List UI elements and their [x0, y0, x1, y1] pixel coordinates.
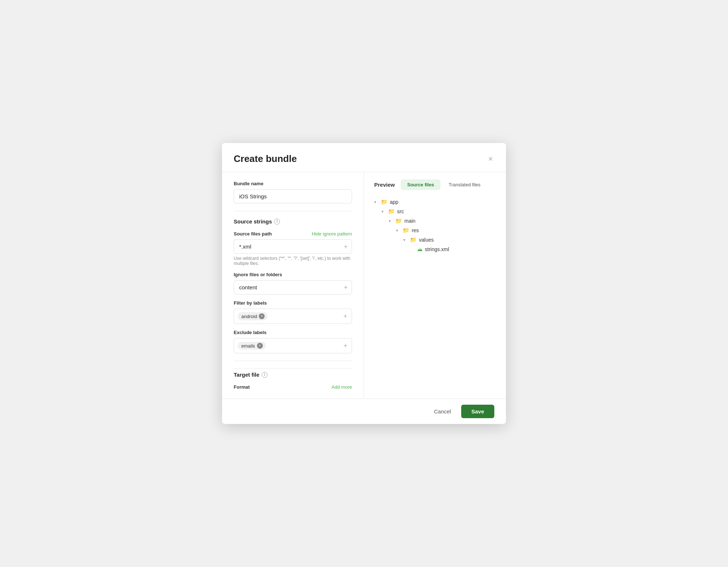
modal: Create bundle × Bundle name Source strin… [222, 143, 506, 424]
modal-body: Bundle name Source strings i Source file… [222, 172, 506, 399]
format-label: Format [234, 384, 250, 390]
tag-emails-label: emails [241, 343, 255, 349]
tree-children-main: ▾ 📁 res ▾ 📁 values [396, 226, 496, 254]
chevron-app: ▾ [374, 200, 379, 204]
exclude-labels-input[interactable]: emails × + [234, 338, 352, 353]
folder-icon-src: 📁 [388, 208, 395, 215]
folder-icon-app: 📁 [381, 199, 388, 205]
ignore-files-field: Ignore files or folders + [234, 272, 352, 294]
ignore-files-input[interactable] [234, 280, 352, 294]
save-button[interactable]: Save [461, 405, 494, 418]
target-file-section: Target file i Format Add more [234, 368, 352, 390]
target-file-title: Target file i [234, 372, 352, 378]
source-strings-title: Source strings i [234, 218, 352, 225]
node-label-res: res [412, 227, 419, 233]
right-panel: Preview Source files Translated files ▾ … [364, 172, 506, 399]
target-file-info-icon: i [262, 372, 268, 378]
modal-header: Create bundle × [222, 143, 506, 172]
source-files-path-plus-icon[interactable]: + [344, 243, 348, 250]
bundle-name-input[interactable] [234, 189, 352, 203]
tag-android-label: android [241, 314, 257, 319]
tree-children-src: ▾ 📁 main ▾ 📁 res [389, 216, 496, 254]
file-icon-strings-xml: ⛰ [417, 246, 423, 252]
format-row: Format Add more [234, 384, 352, 390]
tree-children-res: ▾ 📁 values ▾ ⛰ strings.xml [403, 235, 496, 254]
close-button[interactable]: × [487, 154, 494, 164]
node-label-app: app [390, 199, 398, 205]
left-panel: Bundle name Source strings i Source file… [222, 172, 364, 399]
hide-ignore-pattern-button[interactable]: Hide ignore pattern [312, 231, 352, 237]
exclude-labels-field: Exclude labels emails × + [234, 330, 352, 353]
tree-node-main: ▾ 📁 main [389, 216, 496, 226]
filter-labels-field: Filter by labels android × + [234, 300, 352, 324]
tree-children-values: ▾ ⛰ strings.xml [411, 245, 496, 254]
ignore-files-input-wrapper: + [234, 280, 352, 294]
tab-translated-files[interactable]: Translated files [442, 179, 487, 190]
source-files-path-label: Source files path [234, 231, 272, 237]
node-label-src: src [397, 209, 404, 214]
tag-emails: emails × [238, 342, 266, 350]
add-more-button[interactable]: Add more [332, 384, 352, 390]
filter-labels-label: Filter by labels [234, 300, 352, 306]
preview-tabs: Source files Translated files [401, 179, 487, 190]
ignore-files-plus-icon[interactable]: + [344, 284, 348, 291]
bundle-name-label: Bundle name [234, 181, 352, 186]
chevron-res: ▾ [396, 228, 400, 233]
chevron-values: ▾ [403, 238, 408, 242]
node-label-values: values [419, 237, 434, 243]
exclude-labels-label: Exclude labels [234, 330, 352, 335]
tree-node-app: ▾ 📁 app [374, 197, 496, 207]
node-label-main: main [404, 218, 415, 224]
tag-emails-remove[interactable]: × [257, 343, 263, 349]
chevron-main: ▾ [389, 219, 393, 223]
section-divider-2 [234, 361, 352, 361]
file-tree: ▾ 📁 app ▾ 📁 src ▾ 📁 [374, 197, 496, 254]
folder-icon-main: 📁 [395, 218, 402, 224]
folder-icon-res: 📁 [403, 227, 410, 234]
tag-android: android × [238, 312, 268, 320]
section-divider-1 [234, 211, 352, 211]
tree-node-res: ▾ 📁 res [396, 226, 496, 235]
bundle-name-section: Bundle name [234, 181, 352, 203]
source-files-path-field: Source files path Hide ignore pattern + … [234, 231, 352, 266]
tab-source-files[interactable]: Source files [401, 179, 441, 190]
modal-title: Create bundle [234, 153, 297, 164]
source-files-path-header: Source files path Hide ignore pattern [234, 231, 352, 237]
tag-android-remove[interactable]: × [259, 313, 265, 319]
tree-node-src: ▾ 📁 src [381, 207, 496, 216]
cancel-button[interactable]: Cancel [428, 405, 457, 417]
folder-icon-values: 📁 [410, 237, 417, 243]
preview-header: Preview Source files Translated files [374, 179, 496, 190]
filter-labels-input[interactable]: android × + [234, 309, 352, 324]
ignore-files-label: Ignore files or folders [234, 272, 352, 277]
source-files-path-input[interactable] [234, 239, 352, 254]
preview-label: Preview [374, 182, 395, 188]
source-files-path-hint: Use wildcard selectors ('**', '*', '?', … [234, 256, 352, 266]
chevron-src: ▾ [381, 209, 386, 214]
tree-children-app: ▾ 📁 src ▾ 📁 main [381, 207, 496, 254]
tree-node-strings-xml: ▾ ⛰ strings.xml [411, 245, 496, 254]
source-strings-info-icon: i [274, 219, 280, 225]
source-files-path-input-wrapper: + [234, 239, 352, 254]
filter-labels-plus-icon[interactable]: + [343, 313, 347, 320]
exclude-labels-plus-icon[interactable]: + [343, 342, 347, 350]
modal-footer: Cancel Save [222, 399, 506, 424]
node-label-strings-xml: strings.xml [425, 246, 449, 252]
tree-node-values: ▾ 📁 values [403, 235, 496, 245]
